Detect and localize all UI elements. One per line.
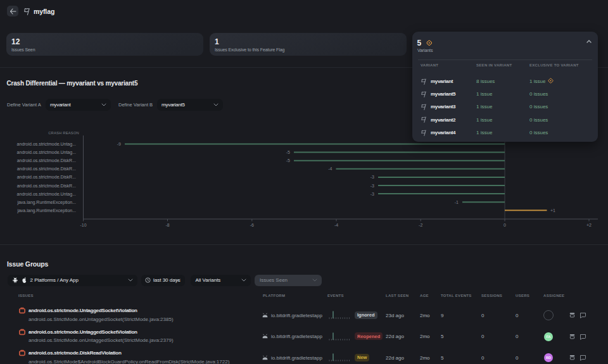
svg-text:+2: +2	[586, 223, 592, 227]
svg-text:-3: -3	[370, 184, 374, 188]
svg-text:-4: -4	[328, 166, 332, 171]
svg-text:java.lang.RuntimeException...: java.lang.RuntimeException...	[16, 208, 76, 213]
svg-text:android.os.strictmode.Untag...: android.os.strictmode.Untag...	[17, 142, 76, 147]
svg-text:-9: -9	[117, 142, 121, 146]
svg-text:android.os.strictmode.DiskR...: android.os.strictmode.DiskR...	[17, 184, 76, 188]
svg-text:-5: -5	[286, 158, 290, 163]
svg-text:-1: -1	[455, 200, 459, 204]
svg-text:-3: -3	[370, 175, 374, 179]
svg-text:android.os.strictmode.Untag...: android.os.strictmode.Untag...	[17, 192, 76, 197]
svg-text:android.os.strictmode.Untag...: android.os.strictmode.Untag...	[17, 150, 76, 155]
svg-text:-10: -10	[80, 223, 86, 227]
svg-text:-5: -5	[286, 150, 290, 154]
svg-text:-2: -2	[419, 223, 422, 227]
svg-text:0: 0	[504, 223, 506, 227]
svg-text:android.os.strictmode.DiskR...: android.os.strictmode.DiskR...	[17, 166, 76, 171]
svg-text:-8: -8	[165, 223, 169, 227]
svg-text:+1: +1	[550, 208, 555, 213]
svg-text:android.os.strictmode.DiskR...: android.os.strictmode.DiskR...	[17, 175, 76, 179]
svg-text:-4: -4	[334, 223, 338, 227]
svg-text:-6: -6	[250, 223, 254, 227]
svg-text:java.lang.RuntimeException...: java.lang.RuntimeException...	[16, 200, 76, 205]
svg-text:CRASH REASON: CRASH REASON	[48, 131, 79, 135]
svg-text:-3: -3	[370, 192, 374, 196]
svg-text:android.os.strictmode.DiskR...: android.os.strictmode.DiskR...	[17, 158, 76, 163]
